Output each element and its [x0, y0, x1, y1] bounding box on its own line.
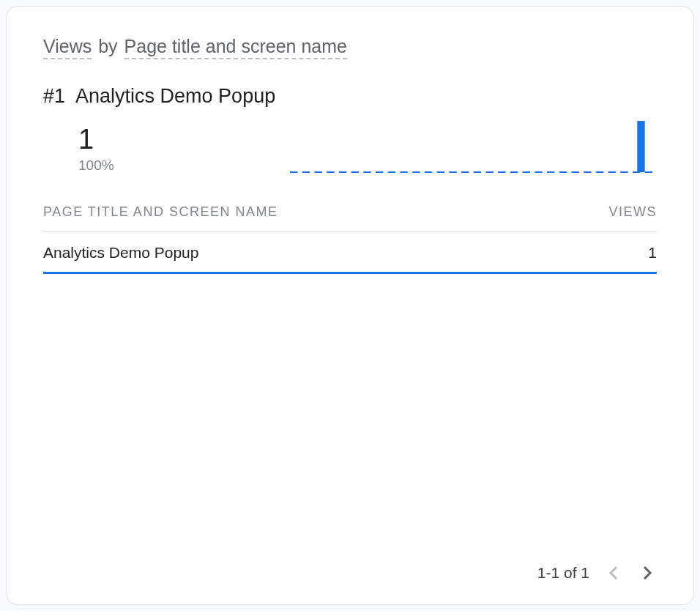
- top-result: #1 Analytics Demo Popup: [43, 85, 657, 108]
- top-value: 1: [78, 125, 114, 153]
- title-dimension[interactable]: Page title and screen name: [124, 36, 347, 59]
- table-cell-name: Analytics Demo Popup: [43, 244, 198, 262]
- sparkline-bar: [637, 121, 644, 172]
- top-result-stats: 1 100%: [43, 115, 657, 174]
- top-result-name: Analytics Demo Popup: [75, 85, 275, 108]
- table-header-metric: VIEWS: [608, 204, 657, 220]
- analytics-card: Views by Page title and screen name #1 A…: [6, 6, 694, 605]
- top-percent: 100%: [78, 158, 114, 174]
- top-rank: #1: [43, 85, 65, 108]
- card-title: Views by Page title and screen name: [43, 36, 657, 57]
- chevron-right-icon: [641, 564, 653, 582]
- title-metric[interactable]: Views: [43, 36, 92, 59]
- title-by-text: by: [97, 36, 119, 56]
- chevron-left-icon: [608, 564, 619, 582]
- table-row[interactable]: Analytics Demo Popup 1: [43, 232, 657, 274]
- sparkline-svg: [290, 115, 657, 174]
- pagination-prev-button[interactable]: [604, 563, 623, 582]
- table-cell-value: 1: [648, 244, 657, 262]
- pagination-label: 1-1 of 1: [537, 564, 589, 582]
- pagination: 1-1 of 1: [43, 549, 657, 582]
- table-header-dimension: PAGE TITLE AND SCREEN NAME: [43, 204, 278, 220]
- sparkline-chart: [290, 115, 657, 174]
- stats-block: 1 100%: [78, 125, 114, 174]
- pagination-next-button[interactable]: [638, 563, 657, 582]
- table-header-row: PAGE TITLE AND SCREEN NAME VIEWS: [43, 204, 657, 232]
